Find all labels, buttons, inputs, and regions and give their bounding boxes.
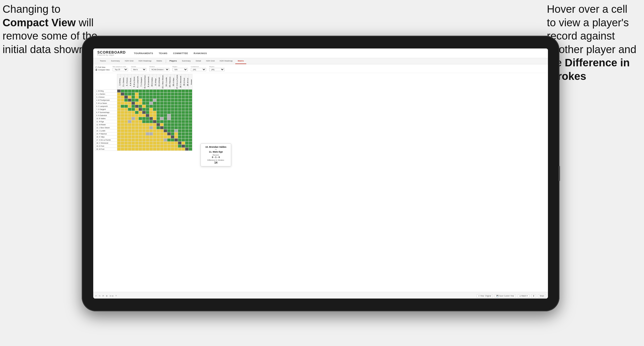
matrix-cell[interactable] xyxy=(121,117,124,120)
matrix-cell[interactable] xyxy=(149,148,153,151)
matrix-cell[interactable] xyxy=(185,148,189,151)
matrix-cell[interactable] xyxy=(160,123,164,126)
matrix-cell[interactable] xyxy=(167,108,171,111)
matrix-cell[interactable] xyxy=(142,90,146,93)
matrix-cell[interactable] xyxy=(178,102,182,105)
matrix-cell[interactable] xyxy=(121,123,124,126)
matrix-cell[interactable] xyxy=(124,139,128,142)
matrix-cell[interactable] xyxy=(174,117,178,120)
matrix-cell[interactable] xyxy=(164,102,167,105)
matrix-cell[interactable] xyxy=(117,93,121,96)
matrix-cell[interactable] xyxy=(128,108,132,111)
matrix-cell[interactable] xyxy=(128,114,132,117)
matrix-cell[interactable] xyxy=(189,135,192,139)
matrix-cell[interactable] xyxy=(132,96,135,99)
nav-rankings[interactable]: RANKINGS xyxy=(193,51,207,56)
matrix-cell[interactable] xyxy=(189,111,192,114)
matrix-cell[interactable] xyxy=(189,145,192,148)
matrix-cell[interactable] xyxy=(171,135,174,139)
matrix-cell[interactable] xyxy=(160,135,164,139)
matrix-cell[interactable] xyxy=(139,120,142,123)
matrix-cell[interactable] xyxy=(160,99,164,102)
matrix-cell[interactable] xyxy=(135,132,139,135)
matrix-cell[interactable] xyxy=(146,108,149,111)
matrix-cell[interactable] xyxy=(153,108,157,111)
matrix-cell[interactable] xyxy=(132,120,135,123)
matrix-cell[interactable] xyxy=(135,135,139,139)
matrix-cell[interactable] xyxy=(157,129,160,132)
full-view-radio[interactable] xyxy=(95,66,97,68)
matrix-cell[interactable] xyxy=(174,145,178,148)
matrix-cell[interactable] xyxy=(139,142,142,145)
settings-btn[interactable]: ⊙ ••• xyxy=(110,295,113,297)
matrix-cell[interactable] xyxy=(132,139,135,142)
matrix-cell[interactable] xyxy=(149,105,153,108)
matrix-cell[interactable] xyxy=(135,90,139,93)
matrix-cell[interactable] xyxy=(135,120,139,123)
matrix-cell[interactable] xyxy=(121,99,124,102)
sub-nav-h2h-grid2[interactable]: H2H Grid xyxy=(204,58,217,64)
matrix-cell[interactable] xyxy=(149,139,153,142)
matrix-cell[interactable] xyxy=(171,93,174,96)
matrix-cell[interactable] xyxy=(139,96,142,99)
matrix-cell[interactable] xyxy=(164,139,167,142)
matrix-cell[interactable] xyxy=(189,139,192,142)
matrix-cell[interactable] xyxy=(132,108,135,111)
matrix-cell[interactable] xyxy=(142,111,146,114)
matrix-cell[interactable] xyxy=(149,135,153,139)
matrix-cell[interactable] xyxy=(153,120,157,123)
matrix-cell[interactable] xyxy=(174,99,178,102)
matrix-cell[interactable] xyxy=(185,105,189,108)
matrix-cell[interactable] xyxy=(160,105,164,108)
matrix-cell[interactable] xyxy=(182,111,185,114)
matrix-cell[interactable] xyxy=(185,142,189,145)
matrix-cell[interactable] xyxy=(132,145,135,148)
matrix-cell[interactable] xyxy=(160,93,164,96)
matrix-cell[interactable] xyxy=(185,117,189,120)
matrix-cell[interactable] xyxy=(174,123,178,126)
matrix-cell[interactable] xyxy=(174,142,178,145)
sub-nav-detail[interactable]: Detail xyxy=(193,58,203,64)
matrix-cell[interactable] xyxy=(146,132,149,135)
matrix-cell[interactable] xyxy=(128,135,132,139)
matrix-cell[interactable] xyxy=(124,123,128,126)
matrix-cell[interactable] xyxy=(178,114,182,117)
matrix-cell[interactable] xyxy=(174,105,178,108)
matrix-cell[interactable] xyxy=(117,123,121,126)
matrix-cell[interactable] xyxy=(124,96,128,99)
matrix-cell[interactable] xyxy=(146,90,149,93)
sub-nav-matrix2[interactable]: Matrix xyxy=(235,58,247,64)
matrix-cell[interactable] xyxy=(142,99,146,102)
matrix-cell[interactable] xyxy=(171,96,174,99)
matrix-cell[interactable] xyxy=(117,99,121,102)
sub-nav-h2h-grid1[interactable]: H2H Grid xyxy=(122,58,136,64)
matrix-cell[interactable] xyxy=(182,129,185,132)
matrix-cell[interactable] xyxy=(174,148,178,151)
matrix-cell[interactable] xyxy=(139,90,142,93)
matrix-cell[interactable] xyxy=(189,120,192,123)
matrix-cell[interactable] xyxy=(139,135,142,139)
matrix-cell[interactable] xyxy=(128,102,132,105)
matrix-cell[interactable] xyxy=(182,126,185,129)
matrix-cell[interactable] xyxy=(157,120,160,123)
matrix-cell[interactable] xyxy=(182,99,185,102)
matrix-cell[interactable] xyxy=(160,132,164,135)
matrix-cell[interactable] xyxy=(164,142,167,145)
matrix-cell[interactable] xyxy=(153,142,157,145)
matrix-cell[interactable] xyxy=(174,102,178,105)
matrix-cell[interactable] xyxy=(174,129,178,132)
sub-nav-matrix1[interactable]: Matrix xyxy=(154,58,165,64)
sub-nav-h2h-heatmap2[interactable]: H2H Heatmap xyxy=(217,58,235,64)
matrix-cell[interactable] xyxy=(171,108,174,111)
matrix-cell[interactable] xyxy=(189,108,192,111)
matrix-cell[interactable] xyxy=(164,105,167,108)
matrix-cell[interactable] xyxy=(182,145,185,148)
matrix-cell[interactable] xyxy=(164,96,167,99)
matrix-cell[interactable] xyxy=(174,135,178,139)
matrix-cell[interactable] xyxy=(178,126,182,129)
matrix-cell[interactable] xyxy=(174,111,178,114)
matrix-cell[interactable] xyxy=(185,114,189,117)
matrix-cell[interactable] xyxy=(185,96,189,99)
conference-select[interactable]: (All) xyxy=(191,68,206,71)
matrix-cell[interactable] xyxy=(164,129,167,132)
